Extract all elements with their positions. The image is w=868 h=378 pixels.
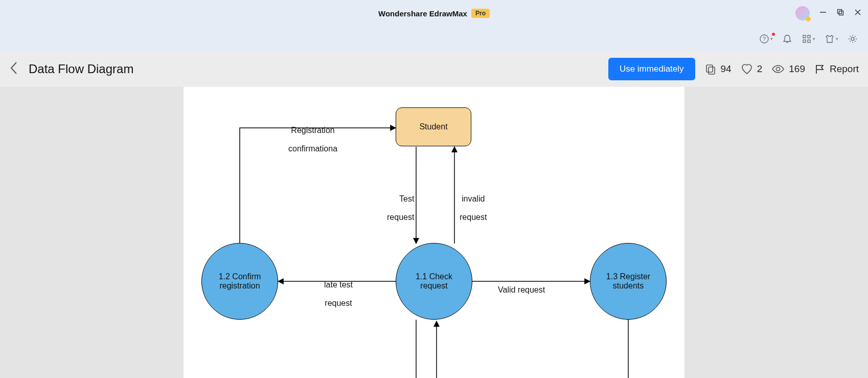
flag-icon [814, 63, 826, 75]
diagram-canvas[interactable]: Student 1.2 Confirm registration 1.1 Che… [184, 87, 684, 378]
svg-rect-9 [808, 35, 810, 38]
titlebar: Wondershare EdrawMax Pro [0, 0, 868, 27]
process-label: students [613, 281, 644, 291]
svg-rect-1 [838, 10, 842, 14]
process-confirm-registration[interactable]: 1.2 Confirm registration [201, 243, 278, 320]
edge-label-late-test-request: late test request [324, 271, 353, 308]
process-register-students[interactable]: 1.3 Register students [590, 243, 667, 320]
process-label: 1.3 Register [606, 272, 650, 281]
svg-rect-14 [709, 67, 715, 74]
svg-rect-2 [839, 11, 843, 15]
likes-count: 2 [757, 63, 763, 75]
minimize-button[interactable] [819, 8, 827, 18]
toolbar-icons: ? ▾ ▾ ▾ [0, 27, 868, 51]
page-title: Data Flow Diagram [29, 62, 133, 76]
copy-icon [704, 63, 717, 75]
svg-text:?: ? [763, 36, 766, 42]
entity-label: Student [419, 122, 447, 131]
svg-rect-8 [803, 35, 806, 38]
views-stat[interactable]: 169 [771, 63, 805, 75]
subheader: Data Flow Diagram Use immediately 94 2 1… [0, 51, 868, 87]
use-immediately-button[interactable]: Use immediately [608, 58, 695, 80]
process-label: request [420, 281, 447, 291]
report-label: Report [830, 63, 859, 75]
copies-count: 94 [721, 63, 732, 75]
pro-badge: Pro [471, 9, 490, 18]
entity-student[interactable]: Student [396, 107, 471, 146]
svg-point-15 [776, 68, 780, 71]
svg-point-12 [851, 37, 854, 40]
gear-icon[interactable] [844, 32, 861, 46]
edge-label-registration-confirmation: Registration confirmationa [288, 117, 337, 153]
back-button[interactable] [9, 60, 19, 78]
window-controls [795, 6, 862, 20]
edge-label-valid-request: Valid request [498, 276, 545, 295]
eye-icon [771, 63, 785, 75]
svg-rect-13 [706, 65, 713, 72]
svg-rect-10 [803, 40, 806, 42]
report-button[interactable]: Report [814, 63, 859, 75]
likes-stat[interactable]: 2 [741, 63, 763, 75]
maximize-button[interactable] [836, 8, 844, 18]
app-name: Wondershare EdrawMax [378, 9, 467, 18]
heart-icon [741, 63, 753, 75]
copies-stat[interactable]: 94 [704, 63, 732, 75]
shirt-icon[interactable]: ▾ [821, 32, 841, 46]
bell-icon[interactable] [779, 32, 795, 46]
process-label: 1.1 Check [416, 272, 452, 281]
process-label: registration [219, 281, 260, 291]
edge-label-test-request: Test request [387, 185, 414, 222]
close-button[interactable] [854, 8, 862, 18]
process-check-request[interactable]: 1.1 Check request [396, 243, 472, 320]
canvas-area: Student 1.2 Confirm registration 1.1 Che… [0, 87, 868, 378]
process-label: 1.2 Confirm [219, 272, 261, 281]
avatar[interactable] [795, 6, 810, 20]
help-icon[interactable]: ? ▾ [756, 32, 776, 46]
svg-rect-11 [808, 40, 810, 42]
edge-label-invalid-request: invalid request [460, 185, 487, 222]
grid-icon[interactable]: ▾ [798, 32, 818, 46]
views-count: 169 [789, 63, 805, 75]
